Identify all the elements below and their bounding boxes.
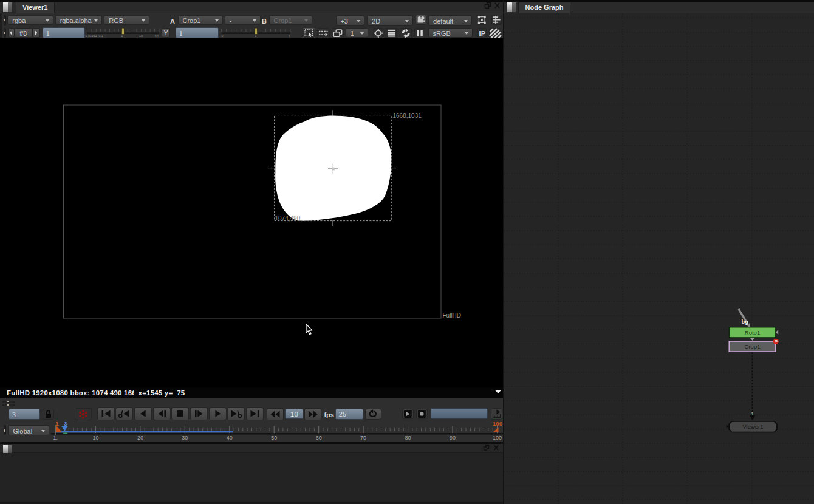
svg-text:80: 80: [405, 435, 411, 441]
svg-text:1: 1: [255, 34, 257, 38]
svg-text:64: 64: [155, 34, 159, 38]
svg-text:20: 20: [137, 435, 143, 441]
svg-text:0.01562: 0.01562: [86, 34, 97, 38]
svg-text:60: 60: [316, 435, 322, 441]
svg-text:Viewer1: Viewer1: [742, 423, 763, 430]
svg-text:Crop1: Crop1: [745, 343, 761, 350]
svg-text:1: 1: [121, 34, 123, 38]
svg-text:1: 1: [55, 420, 59, 427]
svg-text:bg: bg: [742, 318, 749, 325]
svg-text:40: 40: [227, 435, 233, 441]
svg-text:Roto1: Roto1: [745, 329, 760, 336]
svg-text:0.1: 0.1: [98, 34, 103, 38]
svg-text:50: 50: [271, 435, 277, 441]
svg-text:0: 0: [222, 34, 224, 38]
svg-text:3: 3: [64, 420, 67, 427]
svg-text:100: 100: [493, 420, 502, 427]
svg-text:10: 10: [139, 34, 143, 38]
svg-text:1668,1031: 1668,1031: [393, 112, 422, 119]
svg-text:4: 4: [289, 34, 290, 38]
svg-text:FullHD: FullHD: [443, 312, 462, 319]
svg-text:100: 100: [493, 435, 502, 441]
svg-text:10: 10: [92, 435, 98, 441]
svg-text:70: 70: [360, 435, 366, 441]
svg-text:1074,490: 1074,490: [275, 215, 301, 222]
svg-text:90: 90: [450, 435, 456, 441]
svg-text:30: 30: [182, 435, 188, 441]
